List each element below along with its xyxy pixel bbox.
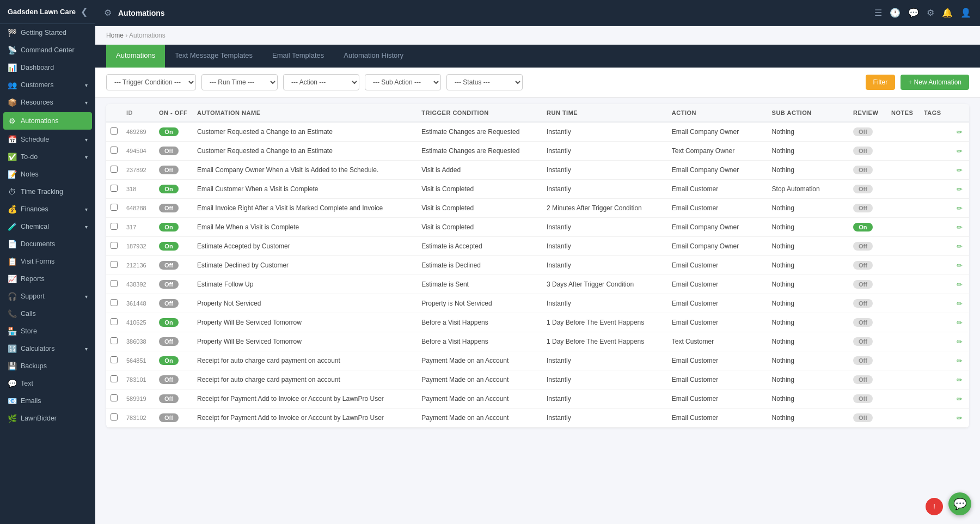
trigger-condition-filter[interactable]: --- Trigger Condition --- — [106, 74, 196, 90]
row-edit[interactable]: ✏ — [952, 332, 969, 351]
sidebar-item-documents[interactable]: 📄Documents — [0, 235, 95, 253]
edit-icon[interactable]: ✏ — [957, 395, 963, 403]
row-edit[interactable]: ✏ — [952, 313, 969, 332]
row-checkbox[interactable] — [106, 218, 122, 237]
sidebar-item-schedule[interactable]: 📅Schedule▾ — [0, 131, 95, 148]
row-status[interactable]: Off — [155, 142, 193, 161]
sidebar-item-getting-started[interactable]: 🏁Getting Started — [0, 24, 95, 41]
sidebar-item-reports[interactable]: 📈Reports — [0, 270, 95, 288]
edit-icon[interactable]: ✏ — [957, 147, 963, 155]
chat-widget[interactable]: 💬 — [948, 492, 971, 515]
edit-icon[interactable]: ✏ — [957, 185, 963, 193]
row-review[interactable]: Off — [849, 409, 887, 428]
row-status[interactable]: Off — [155, 294, 193, 313]
edit-icon[interactable]: ✏ — [957, 357, 963, 365]
sidebar-item-text[interactable]: 💬Text — [0, 375, 95, 392]
row-checkbox[interactable] — [106, 313, 122, 332]
row-status[interactable]: Off — [155, 275, 193, 294]
row-status[interactable]: On — [155, 237, 193, 256]
row-checkbox[interactable] — [106, 142, 122, 161]
sidebar-item-visit-forms[interactable]: 📋Visit Forms — [0, 253, 95, 270]
edit-icon[interactable]: ✏ — [957, 223, 963, 231]
row-checkbox[interactable] — [106, 256, 122, 275]
sidebar-item-chemical[interactable]: 🧪Chemical▾ — [0, 218, 95, 235]
edit-icon[interactable]: ✏ — [957, 128, 963, 136]
row-review[interactable]: On — [849, 218, 887, 237]
row-review[interactable]: Off — [849, 351, 887, 370]
sub-action-filter[interactable]: --- Sub Action --- — [365, 74, 441, 90]
user-icon[interactable]: 👤 — [960, 8, 971, 18]
new-automation-button[interactable]: + New Automation — [901, 75, 969, 90]
row-status[interactable]: Off — [155, 199, 193, 218]
list-icon[interactable]: ☰ — [874, 8, 882, 18]
sidebar-item-automations[interactable]: ⚙Automations — [3, 112, 92, 130]
row-status[interactable]: On — [155, 351, 193, 370]
sidebar-item-command-center[interactable]: 📡Command Center — [0, 41, 95, 59]
chat-icon[interactable]: 💬 — [908, 8, 919, 18]
edit-icon[interactable]: ✏ — [957, 261, 963, 270]
row-edit[interactable]: ✏ — [952, 218, 969, 237]
sidebar-item-calls[interactable]: 📞Calls — [0, 305, 95, 322]
row-review[interactable]: Off — [849, 332, 887, 351]
run-time-filter[interactable]: --- Run Time --- — [201, 74, 278, 90]
breadcrumb-home[interactable]: Home — [106, 32, 124, 39]
row-review[interactable]: Off — [849, 256, 887, 275]
edit-icon[interactable]: ✏ — [957, 166, 963, 174]
edit-icon[interactable]: ✏ — [957, 281, 963, 289]
edit-icon[interactable]: ✏ — [957, 204, 963, 212]
edit-icon[interactable]: ✏ — [957, 300, 963, 308]
sidebar-item-emails[interactable]: 📧Emails — [0, 392, 95, 410]
sidebar-item-store[interactable]: 🏪Store — [0, 322, 95, 340]
sidebar-item-dashboard[interactable]: 📊Dashboard — [0, 59, 95, 76]
tab-history[interactable]: Automation History — [334, 45, 413, 68]
row-edit[interactable]: ✏ — [952, 199, 969, 218]
row-checkbox[interactable] — [106, 237, 122, 256]
collapse-button[interactable]: ❮ — [81, 7, 88, 17]
row-review[interactable]: Off — [849, 161, 887, 180]
row-checkbox[interactable] — [106, 294, 122, 313]
row-review[interactable]: Off — [849, 142, 887, 161]
edit-icon[interactable]: ✏ — [957, 319, 963, 327]
row-edit[interactable]: ✏ — [952, 370, 969, 389]
row-edit[interactable]: ✏ — [952, 294, 969, 313]
row-edit[interactable]: ✏ — [952, 409, 969, 428]
settings-icon[interactable]: ⚙ — [927, 8, 934, 18]
row-status[interactable]: Off — [155, 389, 193, 409]
filter-button[interactable]: Filter — [866, 75, 896, 90]
row-status[interactable]: Off — [155, 161, 193, 180]
row-edit[interactable]: ✏ — [952, 351, 969, 370]
edit-icon[interactable]: ✏ — [957, 338, 963, 346]
sidebar-item-lawnbidder[interactable]: 🌿LawnBidder — [0, 410, 95, 427]
row-checkbox[interactable] — [106, 332, 122, 351]
row-status[interactable]: Off — [155, 409, 193, 428]
row-edit[interactable]: ✏ — [952, 256, 969, 275]
row-checkbox[interactable] — [106, 351, 122, 370]
row-review[interactable]: Off — [849, 294, 887, 313]
edit-icon[interactable]: ✏ — [957, 414, 963, 422]
row-status[interactable]: On — [155, 313, 193, 332]
row-review[interactable]: Off — [849, 122, 887, 142]
tab-automations[interactable]: Automations — [106, 45, 165, 68]
row-checkbox[interactable] — [106, 409, 122, 428]
sidebar-item-notes[interactable]: 📝Notes — [0, 166, 95, 183]
row-edit[interactable]: ✏ — [952, 275, 969, 294]
edit-icon[interactable]: ✏ — [957, 242, 963, 251]
row-review[interactable]: Off — [849, 389, 887, 409]
row-status[interactable]: Off — [155, 256, 193, 275]
row-checkbox[interactable] — [106, 199, 122, 218]
tab-email-templates[interactable]: Email Templates — [262, 45, 334, 68]
row-checkbox[interactable] — [106, 275, 122, 294]
status-filter[interactable]: --- Status --- — [446, 74, 523, 90]
row-review[interactable]: Off — [849, 180, 887, 199]
row-review[interactable]: Off — [849, 275, 887, 294]
row-review[interactable]: Off — [849, 370, 887, 389]
row-edit[interactable]: ✏ — [952, 161, 969, 180]
row-checkbox[interactable] — [106, 180, 122, 199]
row-status[interactable]: On — [155, 180, 193, 199]
edit-icon[interactable]: ✏ — [957, 376, 963, 384]
row-status[interactable]: Off — [155, 370, 193, 389]
row-checkbox[interactable] — [106, 370, 122, 389]
row-edit[interactable]: ✏ — [952, 389, 969, 409]
sidebar-item-finances[interactable]: 💰Finances▾ — [0, 200, 95, 218]
row-status[interactable]: On — [155, 122, 193, 142]
